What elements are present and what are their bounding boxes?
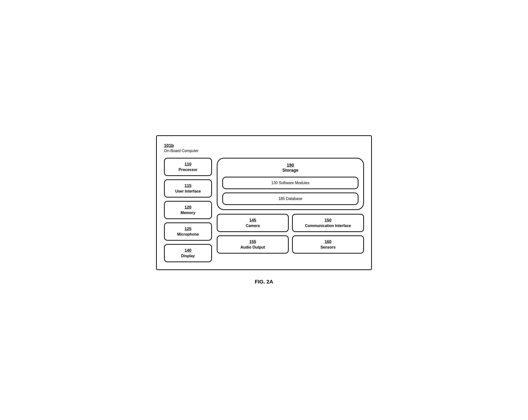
software-label: Software Modules — [279, 181, 310, 185]
software-num: 130 — [271, 181, 278, 185]
comm-label: Communication Interface — [298, 224, 359, 228]
content-area: 110 Processor 115 User Interface 120 Mem… — [164, 158, 364, 262]
bottom-grid: 145 Camera 150 Communication Interface 1… — [217, 214, 364, 254]
microphone-num: 125 — [169, 227, 206, 231]
display-box: 140 Display — [164, 244, 212, 262]
main-subtitle: On-Board Computer — [164, 149, 364, 153]
memory-num: 120 — [169, 205, 206, 210]
camera-num: 145 — [222, 218, 283, 223]
user-interface-num: 115 — [169, 183, 206, 188]
figure-caption: FIG. 2A — [255, 279, 273, 285]
database-num: 185 — [278, 197, 285, 201]
database-label: Database — [286, 197, 302, 201]
memory-label: Memory — [169, 211, 206, 215]
microphone-box: 125 Microphone — [164, 222, 212, 241]
processor-box: 110 Processor — [164, 158, 212, 176]
processor-label: Processor — [169, 168, 206, 172]
storage-box: 190 Storage 130 Software Modules 185 Dat… — [217, 158, 364, 210]
user-interface-box: 115 User Interface — [164, 179, 212, 198]
storage-label: Storage — [222, 168, 359, 173]
camera-box: 145 Camera — [217, 214, 289, 232]
display-num: 140 — [169, 248, 206, 253]
page-wrapper: 101b On-Board Computer 110 Processor 115… — [156, 135, 372, 285]
user-interface-label: User Interface — [169, 189, 206, 193]
audio-output-box: 155 Audio Output — [217, 235, 289, 254]
software-modules-box: 130 Software Modules — [222, 177, 359, 189]
database-box: 185 Database — [222, 193, 359, 205]
right-column: 190 Storage 130 Software Modules 185 Dat… — [217, 158, 364, 262]
comm-num: 150 — [298, 218, 359, 223]
processor-num: 110 — [169, 162, 206, 167]
microphone-label: Microphone — [169, 232, 206, 237]
storage-num: 190 — [222, 163, 359, 168]
audio-label: Audio Output — [222, 245, 283, 250]
sensors-box: 160 Sensors — [292, 235, 364, 254]
main-box: 101b On-Board Computer 110 Processor 115… — [156, 135, 372, 270]
memory-box: 120 Memory — [164, 201, 212, 219]
comm-interface-box: 150 Communication Interface — [292, 214, 364, 232]
main-id: 101b — [164, 143, 364, 148]
audio-num: 155 — [222, 239, 283, 244]
storage-title: 190 Storage — [222, 163, 359, 173]
left-column: 110 Processor 115 User Interface 120 Mem… — [164, 158, 212, 262]
sensors-num: 160 — [298, 239, 359, 244]
camera-label: Camera — [222, 224, 283, 228]
display-label: Display — [169, 254, 206, 258]
sensors-label: Sensors — [298, 245, 359, 250]
